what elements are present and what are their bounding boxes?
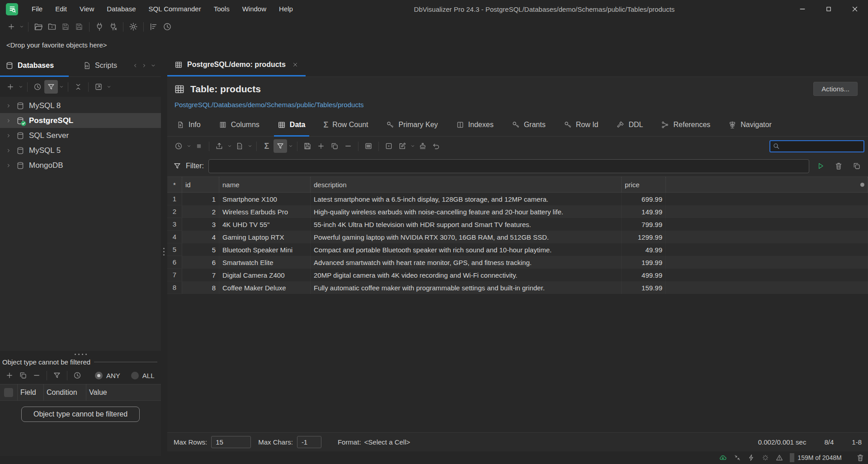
filter-empty-button[interactable]: Object type cannot be filtered	[21, 407, 140, 422]
tab-row-id[interactable]: Row Id	[560, 113, 602, 136]
save-edits-button[interactable]	[301, 139, 314, 153]
cell-name[interactable]: Coffee Maker Deluxe	[219, 281, 311, 294]
warning-icon[interactable]	[776, 454, 783, 461]
gc-trash-icon[interactable]	[856, 454, 864, 462]
settings-gear-button[interactable]	[127, 20, 140, 33]
lightning-icon[interactable]	[748, 454, 755, 461]
tab-scripts[interactable]: Scripts	[77, 54, 123, 76]
max-rows-input[interactable]	[211, 436, 251, 448]
cell-name[interactable]: 4K UHD TV 55"	[219, 218, 311, 231]
column-header-id[interactable]: id	[182, 177, 219, 192]
cell-price[interactable]: 159.99	[622, 281, 666, 294]
cell-name[interactable]: Smartwatch Elite	[219, 256, 311, 269]
copy-filter-button[interactable]	[850, 159, 863, 173]
cell-id[interactable]: 5	[182, 243, 219, 256]
filter-add-button[interactable]	[3, 369, 16, 382]
cell-price[interactable]: 499.99	[622, 269, 666, 281]
tree-item-mysql-8[interactable]: MySQL 8	[0, 98, 161, 113]
reload-grid-button[interactable]	[172, 139, 185, 153]
vertical-splitter-handle[interactable]	[163, 248, 165, 256]
window-maximize-button[interactable]	[816, 0, 842, 18]
filter-apply-button[interactable]	[50, 369, 64, 382]
chevron-right-icon[interactable]	[5, 162, 12, 169]
open-in-new-chevron-icon[interactable]	[105, 80, 112, 94]
stop-button[interactable]	[192, 139, 206, 153]
open-recent-button[interactable]	[45, 20, 59, 33]
cell-description[interactable]: 55-inch 4K Ultra HD television with HDR …	[311, 218, 622, 231]
filter-remove-button[interactable]	[30, 369, 43, 382]
insert-row-button[interactable]	[314, 139, 328, 153]
menu-sql-commander[interactable]: SQL Commander	[142, 0, 208, 18]
cloud-download-icon[interactable]	[719, 454, 727, 462]
tab-references[interactable]: References	[657, 113, 714, 136]
cell-price[interactable]: 199.99	[622, 256, 666, 269]
memory-usage-indicator[interactable]: 159M of 2048M	[790, 453, 849, 462]
history-button[interactable]	[160, 20, 174, 33]
row-number[interactable]: 4	[167, 231, 182, 243]
tree-item-mongodb[interactable]: MongoDB	[0, 158, 161, 173]
tab-list-chevron-icon[interactable]	[150, 62, 156, 69]
cell-price[interactable]: 1299.99	[622, 231, 666, 243]
filter-select-all-checkbox[interactable]	[4, 388, 13, 397]
clear-filter-trash-button[interactable]	[832, 159, 845, 173]
cell-id[interactable]: 3	[182, 218, 219, 231]
search-input[interactable]	[782, 142, 863, 150]
cell-id[interactable]: 2	[182, 205, 219, 218]
panel-splitter-handle[interactable]	[0, 351, 161, 357]
cell-description[interactable]: Fully automatic coffee maker with progra…	[311, 281, 622, 294]
sort-order-button[interactable]	[147, 20, 160, 33]
shrink-icon[interactable]	[734, 454, 741, 461]
tab-info[interactable]: Info	[173, 113, 204, 136]
radio-any[interactable]	[95, 372, 103, 379]
new-chevron-icon[interactable]	[18, 20, 25, 33]
disconnect-button[interactable]	[106, 20, 120, 33]
add-connection-chevron-icon[interactable]	[17, 80, 24, 94]
collapse-all-button[interactable]	[71, 80, 85, 94]
filter-tree-chevron-icon[interactable]	[58, 80, 65, 94]
chevron-right-icon[interactable]	[5, 118, 12, 124]
form-view-button[interactable]	[233, 139, 246, 153]
table-row[interactable]: 22Wireless Earbuds ProHigh-quality wirel…	[167, 205, 868, 218]
cell-id[interactable]: 7	[182, 269, 219, 281]
table-row[interactable]: 66Smartwatch EliteAdvanced smartwatch wi…	[167, 256, 868, 269]
cell-name[interactable]: Wireless Earbuds Pro	[219, 205, 311, 218]
tree-item-sql-server[interactable]: SQL Server	[0, 128, 161, 143]
tab-navigator[interactable]: Navigator	[725, 113, 775, 136]
reload-chevron-icon[interactable]	[185, 139, 192, 153]
export-chevron-icon[interactable]	[226, 139, 233, 153]
add-connection-button[interactable]	[4, 80, 17, 94]
actions-button[interactable]: Actions...	[813, 82, 858, 96]
row-number[interactable]: 7	[167, 269, 182, 281]
save-button[interactable]	[59, 20, 72, 33]
tree-item-mysql-5[interactable]: MySQL 5	[0, 143, 161, 158]
tab-data[interactable]: Data	[274, 113, 309, 136]
cell-description[interactable]: Advanced smartwatch with heart rate moni…	[311, 256, 622, 269]
new-button[interactable]	[5, 20, 18, 33]
cell-id[interactable]: 6	[182, 256, 219, 269]
describe-button[interactable]	[362, 139, 375, 153]
table-row[interactable]: 334K UHD TV 55"55-inch 4K Ultra HD telev…	[167, 218, 868, 231]
cell-price[interactable]: 699.99	[622, 193, 666, 205]
pin-button[interactable]	[416, 139, 429, 153]
open-folder-button[interactable]	[32, 20, 45, 33]
filter-input[interactable]	[208, 159, 809, 173]
edit-cell-button[interactable]	[396, 139, 409, 153]
cell-viewer-button[interactable]	[382, 139, 396, 153]
row-number[interactable]: 2	[167, 205, 182, 218]
max-chars-input[interactable]	[297, 436, 321, 448]
column-header-price[interactable]: price	[622, 177, 666, 192]
window-close-button[interactable]	[842, 0, 868, 18]
export-button[interactable]	[212, 139, 226, 153]
menu-view[interactable]: View	[73, 0, 100, 18]
cell-description[interactable]: Compact and portable Bluetooth speaker w…	[311, 243, 622, 256]
table-row[interactable]: 88Coffee Maker DeluxeFully automatic cof…	[167, 281, 868, 294]
tab-indexes[interactable]: Indexes	[453, 113, 497, 136]
tab-scroll-left-icon[interactable]	[132, 62, 138, 69]
cell-id[interactable]: 8	[182, 281, 219, 294]
vertical-splitter[interactable]	[161, 54, 167, 464]
column-header-description[interactable]: description	[311, 177, 622, 192]
cell-id[interactable]: 4	[182, 231, 219, 243]
table-row[interactable]: 11Smartphone X100Latest smartphone with …	[167, 193, 868, 205]
undo-button[interactable]	[429, 139, 443, 153]
tab-columns[interactable]: Columns	[215, 113, 263, 136]
